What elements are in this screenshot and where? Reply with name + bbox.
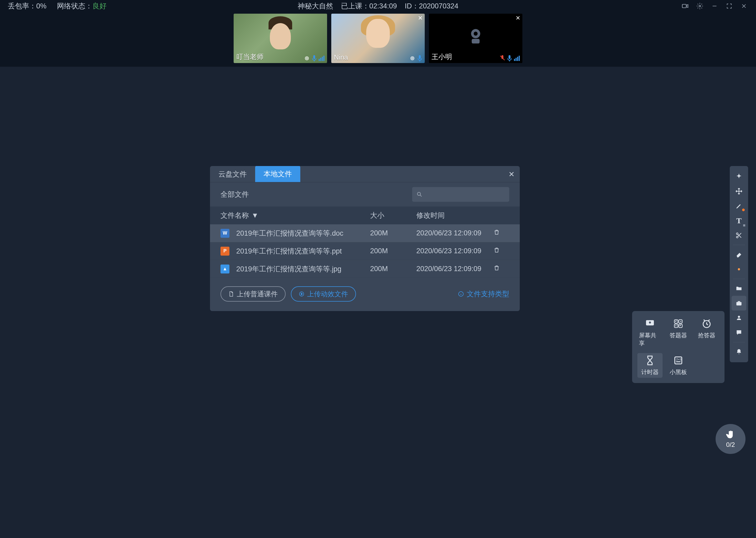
camera-icon	[409, 55, 415, 61]
board-icon: 2+3	[673, 355, 684, 366]
hand-icon	[725, 430, 736, 440]
minimize-icon[interactable]	[710, 2, 719, 10]
scissors-tool[interactable]	[732, 228, 746, 243]
pointer-tool[interactable]	[732, 169, 746, 184]
svg-text:2+3: 2+3	[676, 357, 682, 361]
bell-tool[interactable]	[732, 345, 746, 359]
col-header-name[interactable]: 文件名称 ▼	[220, 211, 370, 220]
panel-quiz[interactable]: 答题器	[666, 316, 691, 349]
buzzer-icon	[701, 318, 712, 329]
svg-rect-28	[736, 302, 741, 305]
svg-rect-7	[313, 55, 315, 59]
timer-icon	[644, 355, 656, 366]
search-input[interactable]	[412, 187, 509, 202]
table-body: W2019年工作汇报情况查询等等.doc 200M 2020/06/23 12:…	[210, 224, 520, 278]
quiz-icon	[673, 318, 684, 329]
video-tile-student[interactable]: ✕ 王小明	[429, 14, 522, 63]
file-type-icon: P	[220, 247, 229, 256]
toolbox-tool[interactable]	[732, 296, 746, 310]
elapsed-time: 已上课：02:34:09	[341, 1, 397, 11]
user-tool[interactable]	[732, 310, 746, 325]
signal-bars-icon	[319, 56, 324, 61]
file-time: 2020/06/23 12:09:09	[416, 229, 494, 237]
file-name: 2019年工作汇报情况查询等等.jpg	[236, 264, 342, 274]
svg-rect-13	[472, 39, 480, 44]
mic-icon	[417, 55, 422, 62]
record-icon[interactable]	[681, 2, 689, 10]
video-status-icons	[409, 55, 422, 62]
delete-icon[interactable]	[494, 265, 500, 273]
network-status: 网络状态：良好	[57, 1, 107, 11]
tab-cloud-files[interactable]: 云盘文件	[210, 166, 255, 182]
svg-line-18	[420, 195, 422, 196]
delete-icon[interactable]	[494, 229, 500, 237]
fullscreen-icon[interactable]	[725, 2, 733, 10]
pen-tool[interactable]	[732, 198, 746, 213]
svg-point-5	[305, 57, 309, 60]
supported-types-link[interactable]: 文件支持类型	[458, 289, 509, 299]
file-row[interactable]: ▲2019年工作汇报情况查询等等.jpg 200M 2020/06/23 12:…	[210, 260, 520, 278]
room-id: ID：2020070324	[405, 1, 458, 11]
delete-icon[interactable]	[494, 247, 500, 255]
avatar	[270, 23, 291, 49]
file-size: 200M	[370, 229, 416, 237]
svg-rect-0	[682, 4, 686, 8]
avatar	[366, 19, 390, 48]
top-bar: 丢包率：0% 网络状态：良好 神秘大自然 已上课：02:34:09 ID：202…	[0, 0, 756, 12]
search-row: 全部文件	[210, 182, 520, 206]
top-left-stats: 丢包率：0% 网络状态：良好	[8, 1, 107, 11]
window-controls	[681, 2, 748, 10]
mic-muted-icon	[500, 55, 505, 62]
file-row[interactable]: W2019年工作汇报情况查询等等.doc 200M 2020/06/23 12:…	[210, 224, 520, 242]
svg-rect-10	[419, 55, 420, 59]
video-strip: 叮当老师 ✕ Nina ✕ 王小明	[0, 12, 756, 67]
screen-share-icon	[644, 318, 656, 329]
right-toolbar: T	[730, 166, 748, 362]
svg-point-17	[417, 192, 420, 195]
eraser-tool[interactable]	[732, 247, 746, 262]
text-tool[interactable]: T	[732, 213, 746, 228]
svg-point-27	[738, 268, 740, 270]
panel-screen-share[interactable]: 屏幕共享	[638, 316, 663, 349]
video-close-icon[interactable]: ✕	[516, 15, 520, 22]
network-value: 良好	[92, 2, 107, 10]
svg-point-1	[699, 5, 701, 7]
svg-point-8	[411, 57, 414, 60]
all-files-label: 全部文件	[220, 190, 249, 199]
hand-raise-button[interactable]: 0/2	[716, 424, 745, 454]
col-header-size[interactable]: 大小	[370, 211, 416, 220]
loss-rate: 丢包率：0%	[8, 1, 46, 11]
panel-board[interactable]: 2+3 小黑板	[666, 353, 691, 378]
video-status-icons	[500, 55, 520, 62]
sort-desc-icon: ▼	[252, 211, 259, 220]
settings-icon[interactable]	[696, 2, 704, 10]
camera-off-icon	[465, 25, 486, 47]
file-row[interactable]: P2019年工作汇报情况查询等等.ppt 200M 2020/06/23 12:…	[210, 242, 520, 260]
svg-point-12	[474, 32, 478, 36]
col-header-time[interactable]: 修改时间	[416, 211, 494, 220]
move-tool[interactable]	[732, 184, 746, 198]
mic-icon	[507, 55, 512, 62]
upload-animated-button[interactable]: 上传动效文件	[291, 286, 356, 301]
camera-icon	[304, 55, 310, 61]
laser-tool[interactable]	[732, 262, 746, 277]
upload-normal-button[interactable]: 上传普通课件	[220, 286, 286, 301]
chat-tool[interactable]	[732, 325, 746, 340]
close-icon[interactable]	[740, 2, 748, 10]
file-name: 2019年工作汇报情况查询等等.ppt	[236, 246, 342, 256]
file-type-icon: W	[220, 229, 229, 238]
dialog-close-icon[interactable]: ✕	[508, 170, 514, 178]
mic-icon	[312, 55, 316, 62]
file-name: 2019年工作汇报情况查询等等.doc	[236, 229, 343, 238]
tab-local-files[interactable]: 本地文件	[255, 166, 300, 182]
participant-name: 叮当老师	[236, 52, 263, 62]
file-type-icon: ▲	[220, 265, 229, 273]
folder-tool[interactable]	[732, 281, 746, 296]
signal-bars-icon	[514, 56, 520, 61]
panel-timer[interactable]: 计时器	[638, 353, 663, 378]
video-tile-teacher[interactable]: 叮当老师	[234, 14, 327, 63]
video-tile-nina[interactable]: ✕ Nina	[331, 14, 425, 63]
play-circle-icon	[299, 291, 305, 297]
panel-buzzer[interactable]: 抢答器	[694, 316, 719, 349]
video-close-icon[interactable]: ✕	[418, 15, 423, 22]
